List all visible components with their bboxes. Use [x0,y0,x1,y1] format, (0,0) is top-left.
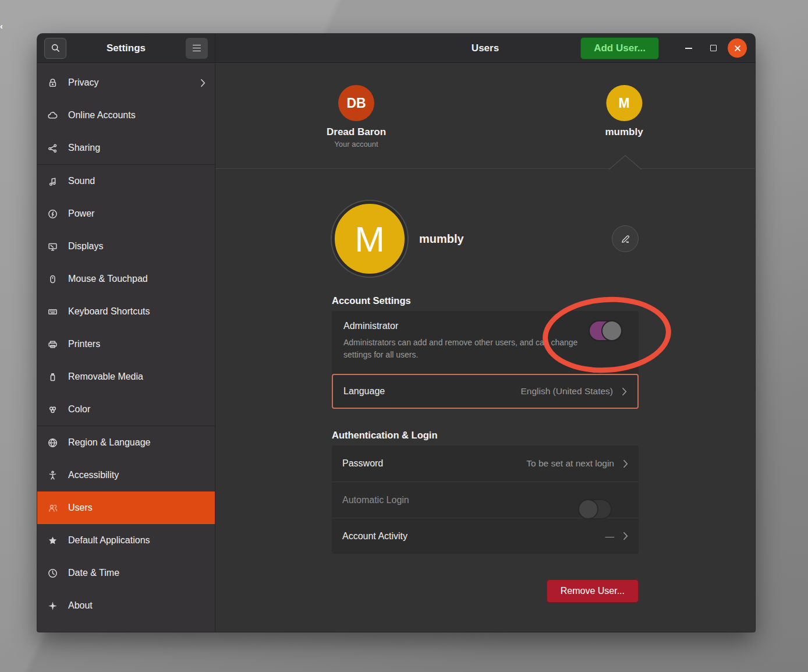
hamburger-icon [193,45,201,52]
clock-icon [47,567,58,579]
sidebar-item-label: Keyboard Shortcuts [68,306,150,317]
sidebar-item-label: Color [68,404,90,415]
sidebar-item-mouse-touchpad[interactable]: Mouse & Touchpad [37,263,215,295]
search-icon [51,43,61,53]
chevron-right-icon [623,459,628,468]
account-activity-label: Account Activity [342,531,407,542]
globe-icon [47,437,58,448]
sidebar-item-about[interactable]: About [37,589,215,622]
sidebar-title: Settings [107,43,146,54]
users-icon [47,502,58,514]
corner-artifact: ‹ [0,21,3,31]
lock-icon [47,77,58,89]
sidebar-item-default-applications[interactable]: Default Applications [37,524,215,557]
remove-user-button[interactable]: Remove User... [547,579,639,603]
sidebar-item-users[interactable]: Users [37,491,215,524]
sidebar-item-privacy[interactable]: Privacy [37,66,215,99]
sidebar-item-label: Printers [68,339,100,349]
sidebar-item-label: Default Applications [68,535,150,546]
settings-window: Settings Users Add User... PrivacyOnline… [37,34,755,632]
sidebar-item-label: Privacy [68,77,98,88]
sidebar-item-color[interactable]: Color [37,393,215,426]
minimize-icon [685,48,692,49]
share-icon [47,142,58,154]
profile-name: mumbly [419,232,464,246]
sidebar-headerbar: Settings [37,34,215,63]
remove-row: Remove User... [332,579,639,603]
sidebar-item-online-accounts[interactable]: Online Accounts [37,99,215,132]
keyboard-icon [47,306,58,317]
auth-login-card: Password To be set at next login Automat… [332,445,639,554]
password-value: To be set at next login [526,458,614,469]
auth-login-heading: Authentication & Login [332,430,639,441]
pencil-icon [620,234,631,245]
account-settings-card: Administrator Administrators can add and… [332,311,639,409]
note-icon [47,175,58,187]
sidebar-item-date-time[interactable]: Date & Time [37,557,215,589]
avatar: DB [338,85,374,121]
sidebar-item-displays[interactable]: Displays [37,230,215,263]
menu-button[interactable] [186,38,208,59]
star-icon [47,535,58,546]
edit-avatar-button[interactable] [612,225,639,252]
sidebar-item-sharing[interactable]: Sharing [37,132,215,164]
sidebar-item-removable-media[interactable]: Removable Media [37,360,215,393]
sidebar-item-label: Mouse & Touchpad [68,274,148,284]
password-label: Password [342,458,383,469]
administrator-label: Administrator [343,321,627,331]
sidebar-item-label: Sharing [68,143,100,153]
page-title: Users [472,43,499,54]
main-headerbar: Users Add User... [215,34,755,63]
sidebar-item-label: Users [68,503,93,513]
sidebar-item-label: Displays [68,241,103,252]
content-area: DB Dread Baron Your account M mumbly M m… [215,63,755,632]
sidebar-item-sound[interactable]: Sound [37,165,215,197]
administrator-toggle[interactable] [589,320,622,341]
account-activity-value: — [605,531,615,542]
color-icon [47,404,58,415]
sidebar-item-region-language[interactable]: Region & Language [37,426,215,459]
user-card-mumbly[interactable]: M mumbly [605,85,643,138]
user-card-dread-baron[interactable]: DB Dread Baron Your account [327,85,386,148]
chevron-right-icon [622,387,627,396]
language-row[interactable]: Language English (United States) [332,374,639,409]
automatic-login-toggle[interactable] [578,499,612,519]
administrator-description: Administrators can add and remove other … [343,337,603,362]
maximize-button[interactable] [703,38,723,58]
search-button[interactable] [44,38,66,59]
display-icon [47,240,58,252]
minimize-button[interactable] [679,38,699,58]
account-activity-row[interactable]: Account Activity — [332,518,639,554]
chevron-right-icon [623,532,628,540]
accessibility-icon [47,469,58,481]
user-subtitle: Your account [334,140,378,148]
avatar: M [606,85,642,121]
language-label: Language [343,386,385,397]
sidebar-item-printers[interactable]: Printers [37,328,215,360]
automatic-login-label: Automatic Login [342,495,409,505]
close-button[interactable] [728,38,747,58]
maximize-icon [710,45,717,51]
profile-row: M mumbly [332,201,639,277]
account-settings-heading: Account Settings [332,295,639,306]
sidebar-item-label: Accessibility [68,470,119,480]
sidebar-item-power[interactable]: Power [37,197,215,230]
user-name: mumbly [605,126,643,138]
administrator-row: Administrator Administrators can add and… [332,311,639,374]
chevron-right-icon [200,79,205,87]
add-user-button[interactable]: Add User... [580,37,659,59]
sparkle-icon [47,600,58,611]
user-detail-panel: M mumbly Account Settings Administrator … [215,169,755,632]
printer-icon [47,338,58,350]
cloud-icon [47,109,58,121]
language-value: English (United States) [520,386,613,397]
password-row[interactable]: Password To be set at next login [332,445,639,482]
sidebar-item-accessibility[interactable]: Accessibility [37,459,215,491]
user-name: Dread Baron [327,126,386,138]
sidebar-item-label: Date & Time [68,568,119,578]
sidebar-item-label: Online Accounts [68,110,136,121]
usb-icon [47,371,58,383]
automatic-login-row: Automatic Login [332,482,639,518]
profile-avatar: M [332,201,407,277]
sidebar-item-keyboard-shortcuts[interactable]: Keyboard Shortcuts [37,295,215,328]
